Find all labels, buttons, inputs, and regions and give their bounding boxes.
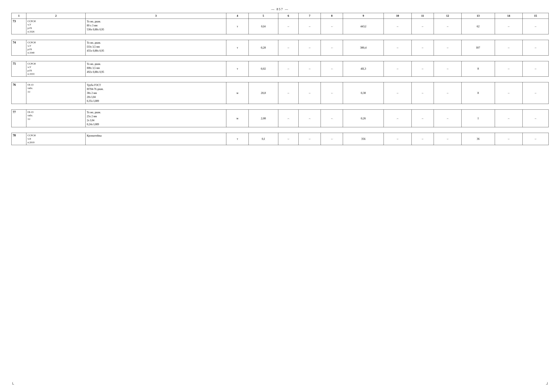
row-num: 74 [11, 40, 26, 55]
th-2: 2 [26, 13, 86, 19]
row-col15: – [523, 40, 549, 55]
row-num: 73 [11, 19, 26, 34]
row-col5: 0,02 [249, 61, 278, 77]
row-col11: – [411, 40, 434, 55]
row-num: 77 [11, 110, 26, 127]
th-13: 13 [461, 13, 495, 19]
corner-bottom-right: ┘ [546, 382, 549, 386]
row-col8: – [321, 61, 343, 77]
row-col8: – [321, 19, 343, 34]
row-col12: – [434, 133, 461, 145]
th-10: 10 [384, 13, 411, 19]
row-col15: – [523, 110, 549, 127]
row-col13: 62 [461, 19, 495, 34]
table-row: 75ССРСИ ч.У р.IX п.3333То же, диам. I08х… [11, 61, 549, 77]
row-col6: – [278, 82, 298, 104]
header-row: 1 2 3 4 5 6 7 8 9 10 11 12 13 14 15 [11, 13, 549, 19]
row-col14: – [495, 40, 522, 55]
row-desc: То же, диам. 25х 2 мм 2х I,04 0,24х I,08… [86, 110, 226, 127]
row-ref: ССРСИ ч.II п.2019 [26, 133, 86, 145]
row-desc: То же, диам. I08х 3,5 мм 492х 0,88х 0,95 [86, 61, 226, 77]
row-col7: – [299, 133, 321, 145]
row-num: 78 [11, 133, 26, 145]
corner-bottom-left: └ [11, 382, 14, 386]
row-col4: м [226, 110, 249, 127]
row-col5: 20,8 [249, 82, 278, 104]
row-ref: ССРСИ ч.У р.IX п.3326 [26, 19, 86, 34]
row-col14: – [495, 19, 522, 34]
row-desc: То же, диам. I33х 3,5 мм 455х 0,88х 0,95 [86, 40, 226, 55]
spacer-row [11, 55, 549, 61]
row-col10: – [384, 40, 411, 55]
row-col7: – [299, 110, 321, 127]
th-9: 9 [343, 13, 384, 19]
row-col10: – [384, 110, 411, 127]
th-5: 5 [249, 13, 278, 19]
th-6: 6 [278, 13, 298, 19]
row-col15: – [523, 19, 549, 34]
row-col9: 380,4 [343, 40, 384, 55]
row-col15: – [523, 82, 549, 104]
th-15: 15 [523, 13, 549, 19]
spacer-row [11, 127, 549, 133]
row-col4: м [226, 82, 249, 104]
th-11: 11 [411, 13, 434, 19]
row-col14: – [495, 61, 522, 77]
row-col11: – [411, 133, 434, 145]
th-1: 1 [11, 13, 26, 19]
row-col11: – [411, 110, 434, 127]
row-col9: 443,I [343, 19, 384, 34]
row-col9: 4II,3 [343, 61, 384, 77]
th-3: 3 [86, 13, 226, 19]
page: — 857 — 1 2 3 4 5 6 [0, 0, 560, 392]
row-col9: 356 [343, 133, 384, 145]
row-col4: т [226, 133, 249, 145]
row-num: 76 [11, 82, 26, 104]
row-col8: – [321, 40, 343, 55]
row-col6: – [278, 61, 298, 77]
row-col4: т [226, 19, 249, 34]
row-col13: 8 [461, 61, 495, 77]
spacer-row [11, 34, 549, 40]
row-col12: – [434, 82, 461, 104]
th-4: 4 [226, 13, 249, 19]
row-col6: – [278, 40, 298, 55]
row-col13: 8 [461, 82, 495, 104]
row-col7: – [299, 82, 321, 104]
page-number: — 857 — [11, 8, 549, 11]
row-col10: – [384, 19, 411, 34]
th-7: 7 [299, 13, 321, 19]
row-col11: – [411, 61, 434, 77]
table-row: 73ССРСИ ч.У р.IX п.3326То же, диам. 89 х… [11, 19, 549, 34]
row-col10: – [384, 61, 411, 77]
th-12: 12 [434, 13, 461, 19]
row-col5: 0,28 [249, 40, 278, 55]
row-ref: ССРСИ ч.У р.IX п.3333 [26, 61, 86, 77]
row-col13: I07 [461, 40, 495, 55]
row-col14: – [495, 133, 522, 145]
row-col4: т [226, 61, 249, 77]
row-col8: – [321, 133, 343, 145]
row-col13: 36 [461, 133, 495, 145]
th-14: 14 [495, 13, 522, 19]
spacer-row [11, 77, 549, 82]
main-table: 1 2 3 4 5 6 7 8 9 10 11 12 13 14 15 73СС… [11, 13, 549, 145]
row-col4: т [226, 40, 249, 55]
table-row: 74ССРСИ ч.У р.IX п.3340То же, диам. I33х… [11, 40, 549, 55]
row-col12: – [434, 61, 461, 77]
row-col5: 0,I [249, 133, 278, 145]
row-col5: 2,08 [249, 110, 278, 127]
row-col10: – [384, 82, 411, 104]
row-desc: Кронштейны [86, 133, 226, 145]
row-col15: – [523, 61, 549, 77]
row-ref: ССРСИ ч.У р.IX п.3340 [26, 40, 86, 55]
row-col12: – [434, 40, 461, 55]
row-col14: – [495, 110, 522, 127]
table-row: 78ССРСИ ч.II п.2019Кронштейныт0,I–––356–… [11, 133, 549, 145]
row-col7: – [299, 40, 321, 55]
row-col6: – [278, 19, 298, 34]
row-num: 75 [11, 61, 26, 77]
row-col12: – [434, 110, 461, 127]
row-ref: ОI–I3 табл. 3.I [26, 110, 86, 127]
table-row: 77ОI–I3 табл. 3.IТо же, диам. 25х 2 мм 2… [11, 110, 549, 127]
